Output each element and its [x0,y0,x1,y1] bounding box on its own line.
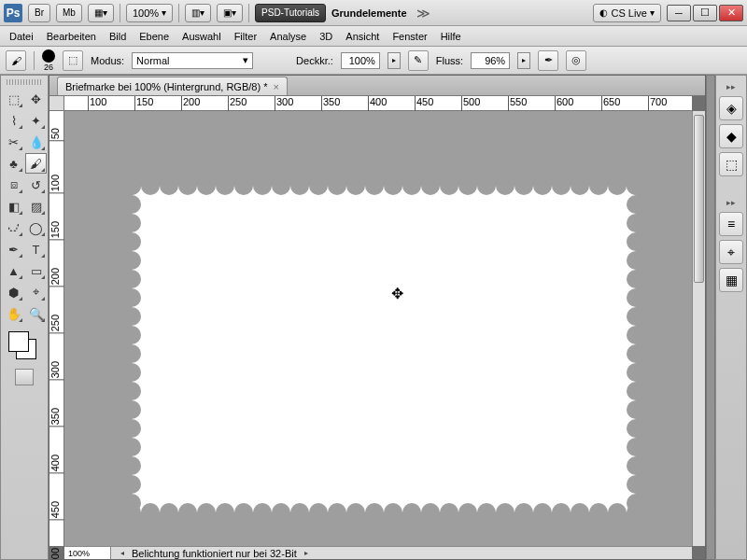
panel-strip[interactable] [706,75,715,560]
paths-panel-icon[interactable]: ⬚ [719,152,743,176]
menu-ebene[interactable]: Ebene [139,31,169,42]
tab-close-icon[interactable]: × [273,81,278,92]
flow-flyout[interactable]: ▸ [517,52,530,69]
arrange-docs-button[interactable]: ▥▾ [185,4,211,22]
workspace-more-button[interactable]: ≫ [413,6,434,21]
move-tool[interactable]: ✥ [25,89,47,109]
color-swatches[interactable] [3,329,46,363]
lasso-tool[interactable]: ⌇ [3,110,24,131]
bridge-button[interactable]: Br [28,4,50,22]
mode-label: Modus: [91,55,124,66]
zoom-tool[interactable]: 🔍 [25,303,47,324]
3dcamera-tool[interactable]: ⌖ [25,282,47,302]
menu-ansicht[interactable]: Ansicht [345,31,379,42]
menu-fenster[interactable]: Fenster [392,31,427,42]
screen-mode-button[interactable]: ▣▾ [217,4,243,22]
eyedropper-tool[interactable]: 💧 [25,132,47,152]
zoom-field[interactable]: 100% [64,547,111,560]
gradient-tool[interactable]: ▨ [25,196,47,217]
menu-bearbeiten[interactable]: Bearbeiten [47,31,96,42]
document-area: Briefmarke bei 100% (Hintergrund, RGB/8)… [49,75,706,560]
view-extras-button[interactable]: ▦▾ [88,4,114,22]
eraser-tool[interactable]: ◧ [3,196,24,217]
adjustments-panel-icon[interactable]: ≡ [719,212,743,236]
horizontal-ruler[interactable]: 100150200250300350400450500550600650700 [64,96,692,111]
tablet-pressure-toggle[interactable]: ◎ [566,50,586,71]
vertical-scrollbar[interactable] [692,111,705,546]
history-brush-tool[interactable]: ↺ [25,175,47,195]
options-bar: 🖌 26 ⬚ Modus: Normal▾ Deckkr.: 100% ▸ ✎ … [0,47,747,75]
canvas-artwork [132,186,636,512]
menu-analyse[interactable]: Analyse [270,31,306,42]
document-tab-title: Briefmarke bei 100% (Hintergrund, RGB/8)… [65,81,267,92]
swatches-panel-icon[interactable]: ▦ [719,268,743,292]
current-tool-icon[interactable]: 🖌 [6,50,26,71]
menu-filter[interactable]: Filter [234,31,257,42]
workspace-active-button[interactable]: PSD-Tutorials [255,4,326,22]
window-close-button[interactable]: ✕ [719,5,743,21]
vertical-scroll-thumb[interactable] [694,115,704,283]
flow-label: Fluss: [436,55,463,66]
status-bar: 100% ◂ Belichtung funktioniert nur bei 3… [64,546,692,559]
brush-preset-picker[interactable]: 26 [42,49,55,72]
path-select-tool[interactable]: ▲ [3,260,24,281]
menu-auswahl[interactable]: Auswahl [182,31,221,42]
brush-size-label: 26 [44,63,53,72]
styles-panel-icon[interactable]: ⌖ [719,240,743,264]
dock-collapse-button[interactable]: ▸▸ [720,81,742,92]
channels-panel-icon[interactable]: ◆ [719,124,743,148]
toolbox: ⬚ ✥ ⌇ ✦ ✂ 💧 ♣ 🖌 ⧇ ↺ ◧ ▨ ࿚ ◯ ✒ T ▲ ▭ ⬢ ⌖ … [0,75,49,560]
workspace-other-button[interactable]: Grundelemente [331,7,407,19]
menu-bar: Datei Bearbeiten Bild Ebene Auswahl Filt… [0,26,747,47]
toolbox-grip[interactable] [7,79,42,85]
brush-tool[interactable]: 🖌 [25,153,47,174]
pen-tool[interactable]: ✒ [3,239,24,259]
status-right-arrow[interactable]: ▸ [301,548,312,559]
vertical-ruler[interactable]: 50100150200250300350400450500 [49,111,64,546]
type-tool[interactable]: T [25,239,47,259]
brush-dot-icon [42,49,55,63]
layers-panel-icon[interactable]: ◈ [719,96,743,120]
flow-input[interactable]: 96% [471,52,510,69]
brush-panel-toggle[interactable]: ⬚ [63,50,83,71]
ps-logo-icon: Ps [4,4,22,22]
hand-tool[interactable]: ✋ [3,303,24,324]
marquee-tool[interactable]: ⬚ [3,89,24,109]
blur-tool[interactable]: ࿚ [3,217,24,238]
wand-tool[interactable]: ✦ [25,110,47,131]
heal-tool[interactable]: ♣ [3,153,24,174]
opacity-pressure-toggle[interactable]: ✎ [408,50,429,71]
right-dock: ▸▸ ◈ ◆ ⬚ ▸▸ ≡ ⌖ ▦ [715,75,747,560]
3d-tool[interactable]: ⬢ [3,282,24,302]
workspace-area: ⬚ ✥ ⌇ ✦ ✂ 💧 ♣ 🖌 ⧇ ↺ ◧ ▨ ࿚ ◯ ✒ T ▲ ▭ ⬢ ⌖ … [0,75,747,560]
airbrush-toggle[interactable]: ✒ [538,50,558,71]
minibridge-button[interactable]: Mb [56,4,82,22]
opacity-flyout[interactable]: ▸ [388,52,401,69]
dock-collapse-button-2[interactable]: ▸▸ [720,197,742,208]
menu-hilfe[interactable]: Hilfe [441,31,461,42]
zoom-level-dropdown[interactable]: 100% ▾ [126,4,173,22]
cslive-button[interactable]: ◐ CS Live ▾ [593,4,661,22]
shape-tool[interactable]: ▭ [25,260,47,281]
document-tab[interactable]: Briefmarke bei 100% (Hintergrund, RGB/8)… [57,77,288,95]
window-maximize-button[interactable]: ☐ [693,5,717,21]
crop-tool[interactable]: ✂ [3,132,24,152]
opacity-input[interactable]: 100% [341,52,380,69]
ruler-origin[interactable] [49,96,64,111]
menu-bild[interactable]: Bild [109,31,126,42]
dodge-tool[interactable]: ◯ [25,217,47,238]
menu-3d[interactable]: 3D [319,31,332,42]
stamp-tool[interactable]: ⧇ [3,175,24,195]
fg-color-swatch[interactable] [8,331,29,352]
window-minimize-button[interactable]: ─ [667,5,691,21]
blend-mode-select[interactable]: Normal▾ [132,52,253,69]
document-tab-bar: Briefmarke bei 100% (Hintergrund, RGB/8)… [49,76,705,96]
status-text: Belichtung funktioniert nur bei 32-Bit [132,548,297,559]
quickmask-toggle[interactable] [15,369,34,385]
status-left-arrow[interactable]: ◂ [117,548,128,559]
menu-datei[interactable]: Datei [9,31,34,42]
opacity-label: Deckkr.: [296,55,333,66]
canvas-wrap: 100150200250300350400450500550600650700 … [49,96,705,559]
canvas-viewport[interactable]: ✥ [64,111,692,546]
title-bar: Ps Br Mb ▦▾ 100% ▾ ▥▾ ▣▾ PSD-Tutorials G… [0,0,747,26]
